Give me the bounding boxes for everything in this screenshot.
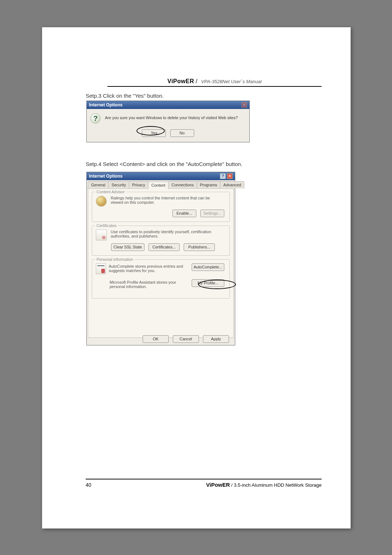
header-sep: / (196, 78, 199, 84)
question-icon: ? (90, 113, 101, 123)
footer-brand: ViPowER (206, 482, 230, 488)
close-icon[interactable]: × (241, 102, 247, 108)
cancel-button[interactable]: Cancel (173, 335, 199, 343)
dialog-title: Internet Options (89, 174, 123, 179)
content-pane: Content Advisor Ratings help you control… (88, 189, 234, 338)
page-number: 40 (86, 482, 91, 488)
tab-security[interactable]: Security (108, 181, 129, 189)
clear-ssl-button[interactable]: Clear SSL State (111, 243, 144, 251)
certificates-button[interactable]: Certificates... (148, 243, 180, 251)
tab-programs[interactable]: Programs (197, 181, 221, 189)
group-legend: Content Advisor (95, 190, 126, 194)
group-personal-info: Personal information AutoComplete stores… (92, 259, 230, 299)
certificate-icon (96, 230, 107, 240)
autocomplete-desc: AutoComplete stores previous entries and… (109, 263, 192, 273)
tab-connections[interactable]: Connections (168, 181, 197, 189)
tab-strip: GeneralSecurityPrivacyContentConnections… (87, 180, 235, 189)
confirm-message: Are you sure you want Windows to delete … (105, 113, 238, 120)
settings-button[interactable]: Settings... (200, 210, 224, 217)
tab-content[interactable]: Content (148, 182, 169, 189)
help-icon[interactable]: ? (220, 173, 226, 179)
dialog-titlebar: Internet Options × (87, 101, 249, 109)
tab-general[interactable]: General (88, 181, 109, 189)
publishers-button[interactable]: Publishers... (184, 243, 215, 251)
group-certificates: Certificates Use certificates to positiv… (92, 226, 230, 256)
apply-button[interactable]: Apply (203, 335, 229, 343)
footer-product: 3.5-inch Aluminum HDD NetWork Storage (234, 482, 322, 488)
close-icon[interactable]: × (227, 173, 233, 179)
page-header: ViPowER / VPA-3528Net User`s Manual (107, 78, 322, 87)
page-footer: 40 ViPowER / 3.5-inch Aluminum HDD NetWo… (86, 479, 322, 488)
step3-text: Setp.3 Click on the "Yes" button. (86, 93, 164, 99)
certificates-desc: Use certificates to positively identify … (111, 230, 216, 238)
dialog-button-bar: OK Cancel Apply (87, 335, 235, 343)
vcard-icon (96, 263, 106, 274)
internet-options-dialog: Internet Options ? × GeneralSecurityPriv… (86, 172, 235, 345)
globe-icon (96, 196, 107, 207)
ok-button[interactable]: OK (143, 335, 169, 343)
header-model: VPA-3528Net User`s Manual (201, 79, 262, 84)
autocomplete-button[interactable]: AutoComplete... (192, 263, 224, 271)
dialog-titlebar: Internet Options ? × (87, 172, 235, 180)
yes-button[interactable]: Yes (142, 129, 166, 137)
group-content-advisor: Content Advisor Ratings help you control… (92, 192, 230, 222)
group-legend: Certificates (95, 223, 118, 228)
no-button[interactable]: No (170, 129, 194, 137)
confirm-dialog: Internet Options × ? Are you sure you wa… (86, 101, 250, 142)
step4-text: Setp.4 Select <Content> and click on the… (86, 161, 242, 167)
enable-button[interactable]: Enable... (172, 210, 196, 217)
brand-logo: ViPowER (167, 78, 194, 84)
profile-desc: Microsoft Profile Assistant stores your … (110, 279, 192, 289)
tab-advanced[interactable]: Advanced (220, 181, 244, 189)
my-profile-button[interactable]: My Profile... (192, 279, 224, 287)
group-legend: Personal information (95, 257, 135, 262)
content-advisor-desc: Ratings help you control the Internet co… (111, 196, 216, 204)
dialog-title: Internet Options (89, 102, 123, 108)
tab-privacy[interactable]: Privacy (129, 181, 148, 189)
